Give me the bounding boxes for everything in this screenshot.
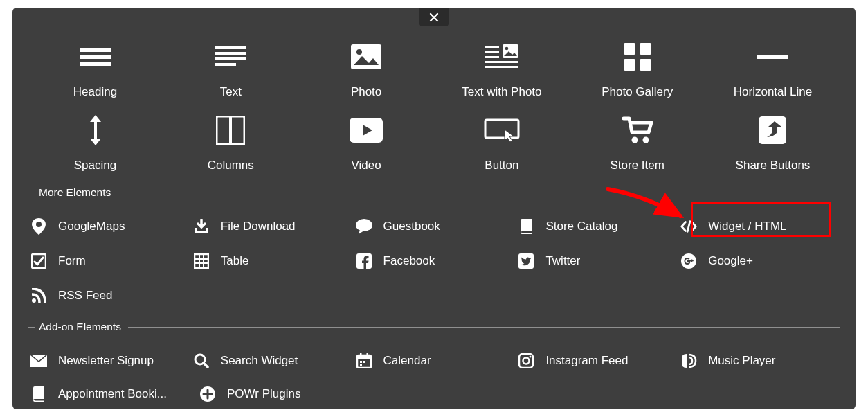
element-photo-gallery[interactable]: Photo Gallery [570,38,705,99]
element-share-buttons[interactable]: Share Buttons [705,112,840,172]
book-icon [30,386,47,402]
horizontal-line-icon [757,53,788,60]
element-store-item[interactable]: Store Item [570,112,705,172]
elements-panel: Heading Text Photo Text with Photo Photo… [12,8,856,409]
svg-rect-12 [485,61,518,63]
element-label: Appointment Booki... [58,387,167,401]
element-photo[interactable]: Photo [299,38,434,99]
music-icon [680,353,697,369]
close-button[interactable] [419,8,449,26]
svg-rect-43 [357,355,371,359]
spacing-icon [87,114,104,147]
rss-icon [30,287,47,304]
element-spacing[interactable]: Spacing [28,112,163,172]
svg-rect-13 [485,66,518,68]
book-icon [518,218,534,235]
element-label: Widget / HTML [708,220,786,233]
download-icon [193,218,210,235]
element-label: Photo [351,85,381,99]
svg-rect-16 [624,43,635,55]
text-with-photo-icon [485,44,518,69]
svg-point-39 [32,298,36,303]
twitter-icon [518,253,534,269]
element-search-widget[interactable]: Search Widget [190,347,353,375]
element-powr-plugins[interactable]: POWr Plugins [197,380,365,408]
element-label: Guestbook [383,220,440,233]
element-label: Music Player [708,354,775,368]
element-label: Twitter [545,254,580,268]
more-row-1: GoogleMaps File Download Guestbook Store… [28,213,840,240]
googleplus-icon [680,253,697,269]
element-text-with-photo[interactable]: Text with Photo [434,38,569,99]
element-text[interactable]: Text [163,38,298,99]
svg-rect-3 [215,46,246,49]
section-header-addon: Add-on Elements [28,321,840,333]
svg-point-28 [36,222,42,227]
element-label: Horizontal Line [734,85,812,99]
section-header-more: More Elements [28,186,840,199]
element-video[interactable]: Video [299,112,434,172]
video-icon [350,118,383,143]
element-table[interactable]: Table [190,247,353,275]
svg-point-32 [356,219,372,231]
element-twitter[interactable]: Twitter [515,247,678,275]
element-guestbook[interactable]: Guestbook [353,213,516,240]
svg-rect-44 [360,353,362,357]
comment-icon [356,218,372,235]
element-heading[interactable]: Heading [28,38,163,99]
element-label: Columns [208,159,254,172]
element-horizontal-line[interactable]: Horizontal Line [705,38,840,99]
element-form[interactable]: Form [28,247,190,275]
element-button[interactable]: Button [434,112,569,172]
search-icon [193,353,210,369]
text-icon [215,45,246,69]
calendar-icon [356,353,372,369]
svg-rect-11 [485,56,499,58]
svg-rect-1 [80,55,111,59]
element-label: Heading [73,85,117,99]
svg-rect-46 [360,361,362,363]
element-widget-html[interactable]: Widget / HTML [678,213,840,240]
svg-rect-10 [485,51,499,53]
svg-rect-6 [215,63,236,66]
element-facebook[interactable]: Facebook [353,247,516,275]
element-appointment-booking[interactable]: Appointment Booki... [28,380,197,408]
element-label: Search Widget [221,354,298,368]
element-rss-feed[interactable]: RSS Feed [28,282,197,310]
element-music-player[interactable]: Music Player [678,347,840,375]
store-item-icon [622,116,653,145]
element-label: POWr Plugins [227,387,300,401]
element-store-catalog[interactable]: Store Catalog [515,213,678,240]
element-label: Store Item [610,159,664,172]
element-label: Instagram Feed [545,354,628,368]
svg-point-15 [505,47,509,51]
facebook-icon [356,253,372,269]
element-googleplus[interactable]: Google+ [678,247,840,275]
element-file-download[interactable]: File Download [190,213,353,240]
button-icon [484,117,520,143]
addon-row-2: Appointment Booki... POWr Plugins [28,380,840,408]
svg-rect-47 [363,361,365,363]
photo-gallery-icon [624,43,651,71]
element-calendar[interactable]: Calendar [353,347,516,375]
section-title: More Elements [39,186,111,199]
element-instagram-feed[interactable]: Instagram Feed [515,347,678,375]
svg-rect-5 [215,57,246,60]
svg-rect-17 [640,43,651,55]
element-googlemaps[interactable]: GoogleMaps [28,213,190,240]
svg-rect-2 [80,62,111,66]
element-label: Table [221,254,249,268]
element-label: Spacing [74,159,116,172]
close-icon [428,12,440,23]
instagram-icon [518,353,534,369]
plus-circle-icon [199,386,216,402]
svg-rect-31 [206,228,208,231]
table-icon [193,253,210,269]
element-columns[interactable]: Columns [163,112,298,172]
svg-rect-0 [80,48,111,52]
element-label: Form [58,254,86,268]
svg-point-8 [356,49,362,55]
addon-row-1: Newsletter Signup Search Widget Calendar… [28,347,840,375]
element-newsletter-signup[interactable]: Newsletter Signup [28,347,190,375]
more-row-2: Form Table Facebook Twitter Google+ [28,247,840,275]
